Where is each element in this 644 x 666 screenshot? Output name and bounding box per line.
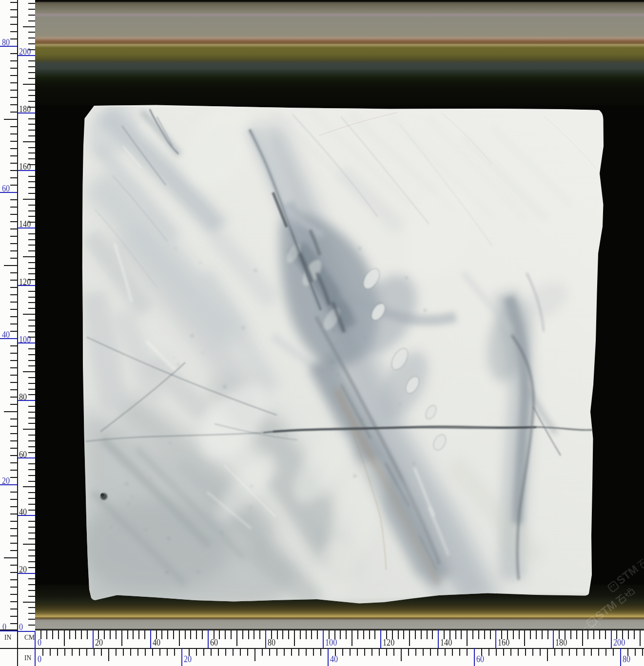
svg-text:STM: STM [593,598,619,622]
svg-text:STM: STM [614,562,641,587]
